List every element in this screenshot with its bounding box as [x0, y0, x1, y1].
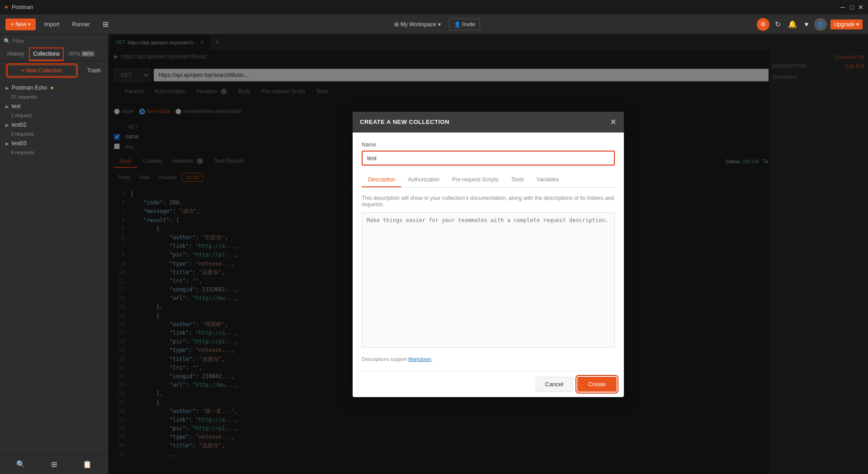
markdown-link[interactable]: Markdown	[408, 356, 431, 362]
workspace-button[interactable]: ⊞ My Workspace ▾	[390, 19, 445, 30]
sidebar-tabs: History Collections APIs BETA	[0, 48, 108, 61]
maximize-button[interactable]: □	[848, 4, 855, 11]
modal-body: Name Description Authorization Pre-reque…	[353, 133, 624, 371]
invite-icon: 👤	[454, 21, 461, 28]
search-icon: 🔍	[4, 38, 10, 44]
toolbar-right: ⚙ ↻ 🔔 ♥ 👤 Upgrade ▾	[757, 18, 863, 31]
collection-item[interactable]: ▶ test	[0, 100, 108, 113]
markdown-note: Descriptions support Markdown.	[362, 356, 615, 362]
collection-name-input[interactable]	[362, 151, 615, 166]
chevron-right-icon: ▶	[5, 141, 9, 146]
cancel-button[interactable]: Cancel	[536, 377, 573, 392]
beta-badge: BETA	[81, 51, 94, 57]
modal-tab-authorization[interactable]: Authorization	[401, 173, 446, 187]
toolbar-center: ⊞ My Workspace ▾ 👤 Invite	[117, 19, 753, 30]
create-button[interactable]: Create	[577, 377, 617, 392]
runner-button[interactable]: Runner	[67, 19, 94, 30]
sidebar-settings-icon[interactable]: ⊞	[49, 458, 59, 470]
collection-name: test03	[12, 140, 27, 147]
collection-group-test02: ▶ test02 2 requests	[0, 119, 108, 137]
minimize-button[interactable]: ─	[839, 4, 846, 11]
scan-button[interactable]: ⊞	[98, 17, 113, 31]
create-collection-modal: CREATE A NEW COLLECTION ✕ Name Descripti…	[353, 112, 624, 397]
chevron-right-icon: ▶	[5, 104, 9, 109]
description-helper-text: This description will show in your colle…	[362, 195, 615, 208]
modal-tab-variables[interactable]: Variables	[530, 173, 565, 187]
settings-icon[interactable]: ⚙	[757, 18, 769, 31]
heart-icon[interactable]: ♥	[802, 19, 811, 30]
collection-item[interactable]: ▶ Postman Echo ★	[0, 82, 108, 94]
app-title: Postman	[12, 4, 33, 10]
sync-icon[interactable]: ↻	[773, 18, 783, 30]
new-arrow-icon: ▾	[28, 22, 30, 27]
modal-header: CREATE A NEW COLLECTION ✕	[353, 112, 624, 133]
tab-collections[interactable]: Collections	[29, 48, 63, 61]
content-area: GET https://api.apiopen.top/search... ✕ …	[108, 34, 868, 474]
new-button-label: + New	[11, 21, 26, 28]
modal-tab-description[interactable]: Description	[362, 173, 401, 187]
import-button[interactable]: Import	[39, 19, 64, 30]
search-input[interactable]	[12, 38, 104, 44]
description-textarea[interactable]	[362, 212, 615, 348]
notification-icon[interactable]: 🔔	[786, 18, 799, 30]
collection-item[interactable]: ▶ test02	[0, 119, 108, 131]
modal-description-area: This description will show in your colle…	[362, 188, 615, 356]
new-collection-button[interactable]: + New Collection	[7, 65, 76, 76]
workspace-chevron-icon: ▾	[438, 21, 441, 28]
collection-count: 6 requests	[0, 150, 108, 155]
close-button[interactable]: ✕	[857, 4, 864, 11]
star-icon: ★	[50, 85, 54, 91]
collection-name: Postman Echo	[12, 85, 47, 91]
sidebar-actions: + New Collection Trash	[0, 61, 108, 82]
sidebar-search-icon[interactable]: 🔍	[14, 458, 27, 470]
avatar-button[interactable]: 👤	[814, 18, 827, 31]
chevron-right-icon: ▶	[5, 123, 9, 128]
upgrade-button[interactable]: Upgrade ▾	[830, 19, 863, 29]
main-toolbar: + New ▾ Import Runner ⊞ ⊞ My Workspace ▾…	[0, 14, 868, 34]
tab-history[interactable]: History	[4, 48, 28, 61]
collections-list: ▶ Postman Echo ★ 37 requests ▶ test 1 re…	[0, 82, 108, 156]
collection-count: 1 request	[0, 113, 108, 118]
sidebar-search-bar: 🔍	[0, 34, 108, 48]
collection-group-test: ▶ test 1 request	[0, 100, 108, 118]
sidebar: 🔍 History Collections APIs BETA + New Co…	[0, 34, 108, 474]
tab-apis[interactable]: APIs BETA	[65, 48, 98, 61]
modal-tab-tests[interactable]: Tests	[505, 173, 530, 187]
trash-button[interactable]: Trash	[84, 65, 104, 76]
collection-group-test03: ▶ test03 6 requests	[0, 137, 108, 155]
name-field-label: Name	[362, 142, 615, 148]
modal-tabs: Description Authorization Pre-request Sc…	[362, 173, 615, 188]
window-controls: ─ □ ✕	[839, 4, 864, 11]
modal-overlay: CREATE A NEW COLLECTION ✕ Name Descripti…	[108, 34, 868, 474]
sidebar-bottom-icons: 🔍 ⊞ 📋	[0, 454, 108, 474]
modal-close-button[interactable]: ✕	[610, 117, 617, 127]
app-icon: ✦	[4, 4, 9, 11]
collection-name: test02	[12, 122, 27, 128]
invite-button[interactable]: 👤 Invite	[449, 19, 480, 30]
modal-footer: Cancel Create	[353, 371, 624, 397]
invite-label: Invite	[462, 21, 475, 28]
collection-count: 37 requests	[0, 94, 108, 100]
collection-count: 2 requests	[0, 131, 108, 137]
chevron-right-icon: ▶	[5, 85, 9, 90]
collection-item[interactable]: ▶ test03	[0, 137, 108, 150]
titlebar: ✦ Postman ─ □ ✕	[0, 0, 868, 14]
new-button[interactable]: + New ▾	[5, 19, 36, 30]
modal-tab-prerequest[interactable]: Pre-request Scripts	[446, 173, 505, 187]
sidebar-api-icon[interactable]: 📋	[81, 458, 94, 470]
collection-group-postman-echo: ▶ Postman Echo ★ 37 requests	[0, 82, 108, 100]
collection-name: test	[12, 103, 20, 109]
workspace-grid-icon: ⊞	[394, 21, 399, 28]
main-layout: 🔍 History Collections APIs BETA + New Co…	[0, 34, 868, 474]
modal-title: CREATE A NEW COLLECTION	[360, 118, 449, 125]
workspace-label: My Workspace	[401, 21, 436, 28]
